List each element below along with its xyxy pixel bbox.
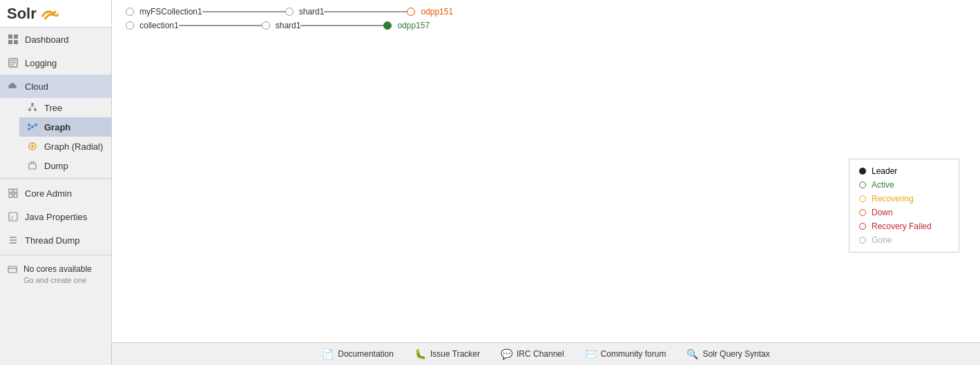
- logo-text: Solr: [7, 5, 37, 23]
- footer-link-community-forum[interactable]: ✉️ Community forum: [585, 348, 666, 359]
- replica-label-2: odpp157: [397, 21, 430, 30]
- footer-link-issue-tracker[interactable]: 🐛 Issue Tracker: [414, 348, 480, 359]
- footer-link-solr-query-syntax[interactable]: 🔍 Solr Query Syntax: [686, 348, 769, 359]
- tree-icon: [26, 101, 39, 114]
- svg-rect-3: [14, 40, 18, 44]
- legend-item-recovery-failed: Recovery Failed: [859, 221, 949, 231]
- footer: 📄 Documentation 🐛 Issue Tracker 💬 IRC Ch…: [112, 342, 980, 365]
- svg-rect-25: [14, 189, 17, 193]
- svg-point-21: [31, 145, 34, 148]
- query-icon: 🔍: [686, 348, 698, 359]
- footer-irc-label: IRC Channel: [517, 349, 564, 359]
- sidebar-separator-1: [0, 178, 111, 179]
- footer-query-label: Solr Query Syntax: [702, 349, 769, 359]
- replica-label-1: odpp151: [421, 7, 453, 17]
- node-line-2: [179, 25, 262, 26]
- logo-area: Solr: [0, 0, 111, 28]
- sidebar-item-thread-label: Thread Dump: [25, 235, 79, 246]
- legend-item-active: Active: [859, 180, 949, 190]
- sidebar-separator-2: [0, 255, 111, 255]
- sidebar-item-dashboard[interactable]: Dashboard: [0, 28, 111, 51]
- graph-icon: [26, 121, 39, 133]
- footer-link-documentation[interactable]: 📄 Documentation: [322, 348, 394, 359]
- svg-rect-23: [29, 164, 36, 169]
- footer-forum-label: Community forum: [601, 349, 666, 359]
- sidebar-item-graph-radial-label: Graph (Radial): [44, 141, 103, 152]
- sidebar-item-cloud[interactable]: Cloud: [0, 75, 111, 98]
- footer-issue-tracker-label: Issue Tracker: [430, 349, 480, 359]
- svg-point-8: [31, 103, 34, 106]
- svg-rect-26: [9, 194, 12, 197]
- shard-label-1: shard1: [299, 7, 325, 17]
- collection-label-2: collection1: [140, 21, 179, 30]
- graph-content-area: myFSCollection1 shard1 odpp151: [112, 0, 980, 342]
- sidebar-item-dump-label: Dump: [44, 161, 68, 171]
- svg-rect-1: [14, 34, 18, 39]
- svg-line-11: [30, 106, 32, 108]
- sidebar-item-java-properties[interactable]: J Java Properties: [0, 205, 111, 228]
- svg-text:J: J: [10, 215, 13, 221]
- sidebar-item-cloud-label: Cloud: [25, 81, 48, 92]
- sidebar: Solr Dashboard Logging Cloud: [0, 0, 112, 365]
- legend-box: Leader Active Recovering Down Recovery F…: [849, 159, 959, 253]
- legend-item-leader: Leader: [859, 166, 949, 176]
- graph-node-shard-1: shard1: [285, 7, 325, 17]
- forum-icon: ✉️: [585, 348, 597, 359]
- legend-text-gone: Gone: [872, 235, 892, 245]
- dump-icon: [26, 159, 39, 172]
- shard-circle-1: [285, 8, 294, 16]
- sidebar-item-thread-dump[interactable]: Thread Dump: [0, 228, 111, 252]
- java-icon: J: [7, 210, 19, 223]
- main-content: myFSCollection1 shard1 odpp151: [112, 0, 980, 365]
- logging-icon: [7, 57, 19, 69]
- go-create-label[interactable]: Go and create one: [7, 276, 104, 284]
- sidebar-cloud-submenu: Tree Graph Graph (Radial) Dump: [0, 98, 111, 175]
- collection-label-1: myFSCollection1: [140, 7, 202, 17]
- sidebar-item-java-label: Java Properties: [25, 212, 87, 222]
- legend-text-recovering: Recovering: [872, 194, 914, 204]
- sidebar-item-core-admin[interactable]: Core Admin: [0, 181, 111, 205]
- doc-icon: 📄: [322, 348, 334, 359]
- svg-point-15: [35, 124, 37, 126]
- collection-circle-1: [126, 8, 134, 16]
- replica-circle-2: [383, 21, 392, 30]
- sidebar-item-dump[interactable]: Dump: [19, 156, 111, 175]
- graph-node-replica-2: odpp157: [383, 21, 430, 30]
- sidebar-item-graph-label: Graph: [44, 122, 70, 132]
- svg-rect-33: [8, 266, 17, 273]
- legend-item-recovering: Recovering: [859, 194, 949, 204]
- svg-point-16: [28, 128, 30, 130]
- legend-circle-recovery-failed: [859, 223, 866, 230]
- graph-row-1: myFSCollection1 shard1 odpp151: [126, 7, 966, 17]
- no-cores-label: No cores available: [23, 264, 92, 274]
- collection-circle-2: [126, 21, 134, 30]
- sidebar-item-logging-label: Logging: [25, 58, 57, 68]
- legend-item-gone: Gone: [859, 235, 949, 245]
- legend-circle-active: [859, 181, 866, 188]
- solr-logo-icon: [39, 7, 59, 21]
- shard-circle-2: [262, 21, 270, 30]
- footer-link-irc-channel[interactable]: 💬 IRC Channel: [501, 348, 564, 359]
- graph-node-collection-collection1: collection1: [126, 21, 179, 30]
- graph-row-2: collection1 shard1 odpp157: [126, 21, 966, 30]
- svg-point-10: [34, 108, 37, 111]
- legend-item-down: Down: [859, 208, 949, 217]
- svg-line-18: [34, 126, 35, 126]
- svg-rect-2: [8, 40, 12, 44]
- svg-rect-24: [9, 189, 12, 193]
- legend-text-recovery-failed: Recovery Failed: [872, 221, 932, 231]
- no-cores-icon: No cores available: [7, 264, 104, 275]
- thread-icon: [7, 234, 19, 246]
- sidebar-item-logging[interactable]: Logging: [0, 51, 111, 75]
- graph-node-shard-2: shard1: [262, 21, 301, 30]
- svg-rect-0: [8, 34, 12, 39]
- dashboard-icon: [7, 33, 19, 46]
- sidebar-item-graph-radial[interactable]: Graph (Radial): [19, 137, 111, 156]
- sidebar-item-tree[interactable]: Tree: [19, 98, 111, 117]
- legend-circle-recovering: [859, 195, 866, 202]
- bug-icon: 🐛: [414, 348, 426, 359]
- no-cores-section: No cores available Go and create one: [0, 258, 111, 290]
- svg-point-9: [28, 108, 31, 111]
- sidebar-item-graph[interactable]: Graph: [19, 117, 111, 137]
- graph-area: myFSCollection1 shard1 odpp151: [112, 0, 980, 41]
